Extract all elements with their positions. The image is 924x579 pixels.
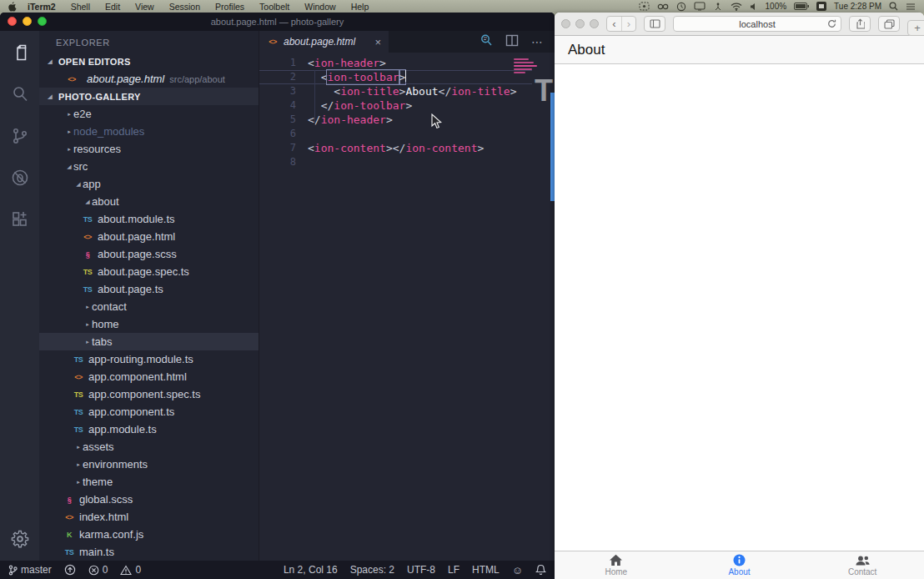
code-line-1[interactable]: 1<ion-header>	[259, 56, 532, 70]
minimap[interactable]	[514, 58, 539, 73]
tree-item-about.page.spec.ts[interactable]: TSabout.page.spec.ts	[39, 263, 259, 280]
code-line-6[interactable]: 6	[259, 127, 532, 141]
tree-item-app.component.spec.ts[interactable]: TSapp.component.spec.ts	[39, 385, 259, 403]
tree-item-src[interactable]: ◢src	[39, 158, 259, 175]
tree-item-e2e[interactable]: ▸e2e	[39, 105, 259, 123]
tree-item-home[interactable]: ▸home	[39, 315, 259, 333]
tree-item-about.page.html[interactable]: <>about.page.html	[39, 228, 259, 245]
menu-profiles[interactable]: Profiles	[208, 2, 252, 12]
extensions-icon[interactable]	[10, 209, 30, 229]
tree-item-karma.conf.js[interactable]: Kkarma.conf.js	[39, 526, 259, 543]
tree-item-environments[interactable]: ▸environments	[39, 456, 259, 473]
code-line-8[interactable]: 8	[259, 155, 532, 169]
split-editor-icon[interactable]	[505, 34, 519, 50]
eol-indicator[interactable]: LF	[448, 564, 459, 576]
menu-edit[interactable]: Edit	[98, 2, 128, 12]
notifications-bell-icon[interactable]	[535, 564, 546, 576]
tree-item-about.page.ts[interactable]: TSabout.page.ts	[39, 280, 259, 298]
tree-item-app.component.html[interactable]: <>app.component.html	[39, 368, 259, 385]
source-control-icon[interactable]	[10, 126, 30, 146]
tree-item-resources[interactable]: ▸resources	[39, 140, 259, 158]
tree-item-contact[interactable]: ▸contact	[39, 298, 259, 315]
menu-shell[interactable]: Shell	[63, 2, 98, 12]
code-line-7[interactable]: 7<ion-content></ion-content>	[259, 141, 532, 155]
code-line-2[interactable]: 2 <ion-toolbar>	[259, 70, 532, 84]
notification-center-icon[interactable]	[906, 3, 916, 11]
tree-item-app[interactable]: ◢app	[39, 175, 259, 193]
menu-view[interactable]: View	[128, 2, 162, 12]
open-editor-item-about-page-html[interactable]: <> about.page.html src/app/about	[39, 70, 259, 88]
code-area[interactable]: 1<ion-header>2 <ion-toolbar>3 <ion-title…	[259, 53, 555, 561]
address-bar[interactable]: localhost	[673, 16, 841, 32]
cursor-position-indicator[interactable]: Ln 2, Col 16	[284, 564, 338, 576]
battery-icon[interactable]	[794, 3, 809, 10]
status-icon-capture[interactable]	[639, 2, 650, 11]
minimize-window-button[interactable]	[23, 17, 32, 26]
vscode-title-bar[interactable]: about.page.html — photo-gallery	[0, 13, 555, 31]
status-icon-wifi[interactable]	[731, 3, 742, 11]
tree-item-about[interactable]: ◢about	[39, 193, 259, 210]
indentation-indicator[interactable]: Spaces: 2	[350, 564, 394, 576]
feedback-smiley-icon[interactable]: ☺	[512, 564, 523, 576]
close-tab-icon[interactable]: ×	[374, 36, 381, 48]
explorer-icon[interactable]	[10, 43, 30, 63]
new-tab-button[interactable]: +	[907, 20, 924, 36]
menu-iterm2[interactable]: iTerm2	[20, 2, 63, 12]
encoding-indicator[interactable]: UTF-8	[407, 564, 435, 576]
zoom-window-button[interactable]	[590, 19, 599, 28]
tree-item-app.module.ts[interactable]: TSapp.module.ts	[39, 420, 259, 438]
close-window-button[interactable]	[561, 19, 570, 28]
tree-item-app.component.ts[interactable]: TSapp.component.ts	[39, 403, 259, 420]
tree-item-about.module.ts[interactable]: TSabout.module.ts	[39, 210, 259, 228]
sidebar-toggle-button[interactable]	[644, 16, 665, 32]
editor-tab-about-page-html[interactable]: <> about.page.html ×	[259, 31, 389, 53]
apple-menu-icon[interactable]	[8, 2, 20, 12]
git-branch-indicator[interactable]: master	[8, 564, 52, 576]
app-tab-home[interactable]: Home	[555, 551, 678, 579]
status-icon-volume[interactable]	[750, 3, 758, 11]
app-tab-about[interactable]: About	[678, 551, 801, 579]
menu-bar-clock[interactable]: Tue 2:28 PM	[834, 2, 881, 11]
open-preview-icon[interactable]	[480, 33, 493, 50]
status-icon-display[interactable]	[694, 2, 706, 11]
code-line-4[interactable]: 4 </ion-toolbar>	[259, 98, 532, 113]
tree-item-assets[interactable]: ▸assets	[39, 438, 259, 456]
tree-item-node_modules[interactable]: ▸node_modules	[39, 123, 259, 140]
code-line-3[interactable]: 3 <ion-title>About</ion-title>	[259, 84, 532, 98]
tree-item-index.html[interactable]: <>index.html	[39, 508, 259, 526]
tree-item-main.ts[interactable]: TSmain.ts	[39, 543, 259, 561]
reload-icon[interactable]	[827, 19, 836, 28]
zoom-window-button[interactable]	[38, 17, 47, 26]
code-line-5[interactable]: 5</ion-header>	[259, 113, 532, 127]
forward-button[interactable]: ›	[621, 17, 635, 31]
tree-item-tabs[interactable]: ▸tabs	[39, 333, 259, 350]
app-tab-contact[interactable]: Contact	[801, 551, 924, 579]
menu-toolbelt[interactable]: Toolbelt	[252, 2, 297, 12]
language-mode-indicator[interactable]: HTML	[472, 564, 500, 576]
errors-indicator[interactable]: 0	[88, 564, 108, 576]
tree-item-global.scss[interactable]: §global.scss	[39, 491, 259, 508]
settings-gear-icon[interactable]	[11, 529, 29, 549]
tree-item-theme[interactable]: ▸theme	[39, 473, 259, 491]
status-icon-time-machine[interactable]	[676, 2, 686, 12]
back-button[interactable]: ‹	[607, 17, 621, 31]
open-editors-header[interactable]: ◢ OPEN EDITORS	[39, 53, 259, 70]
more-actions-icon[interactable]: ⋯	[531, 35, 544, 48]
publish-changes-button[interactable]	[64, 564, 76, 576]
menu-help[interactable]: Help	[344, 2, 377, 12]
share-button[interactable]	[849, 16, 871, 32]
tree-item-about.page.scss[interactable]: §about.page.scss	[39, 245, 259, 263]
search-icon[interactable]	[10, 84, 30, 104]
warnings-indicator[interactable]: 0	[120, 564, 141, 576]
input-source-icon[interactable]	[816, 2, 826, 11]
menu-session[interactable]: Session	[162, 2, 208, 12]
project-section-header[interactable]: ◢ PHOTO-GALLERY	[39, 88, 259, 105]
tree-item-app-routing.module.ts[interactable]: TSapp-routing.module.ts	[39, 350, 259, 368]
minimize-window-button[interactable]	[575, 19, 585, 28]
status-icon-airplay[interactable]	[713, 2, 723, 11]
spotlight-icon[interactable]	[889, 2, 898, 11]
tab-overview-button[interactable]	[878, 16, 900, 32]
close-window-button[interactable]	[8, 17, 17, 26]
debug-icon[interactable]	[10, 168, 30, 188]
status-icon-binoculars[interactable]	[657, 3, 669, 11]
